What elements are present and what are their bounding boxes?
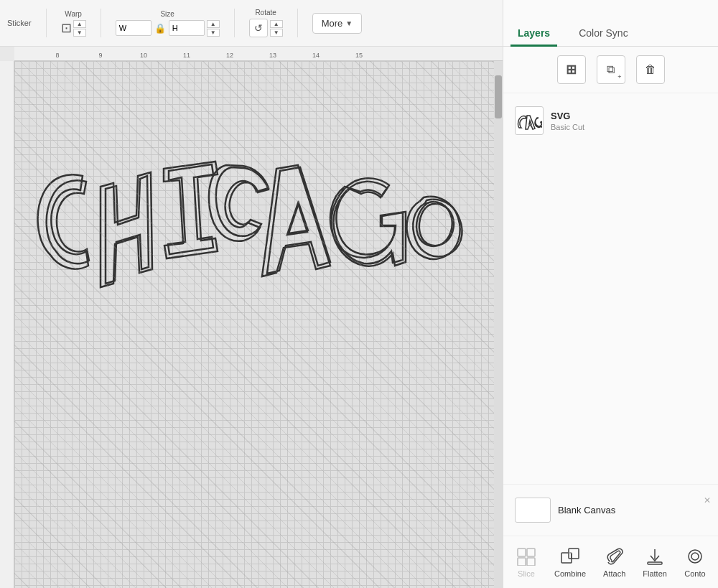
svg-point-9 [689, 550, 701, 563]
size-label: Size [160, 10, 174, 18]
attach-label: Attach [603, 569, 625, 578]
size-down-btn[interactable]: ▼ [207, 29, 220, 37]
blank-canvas-section: Blank Canvas ✕ [503, 484, 718, 536]
layers-tab-label: Layers [518, 27, 550, 39]
size-group: Size 🔒 ▲ ▼ [116, 10, 220, 37]
layer-subtitle: Basic Cut [551, 123, 584, 131]
svg-rect-8 [648, 562, 662, 564]
delete-layer-icon: 🗑 [645, 63, 656, 76]
scrollbar-thumb[interactable] [495, 75, 502, 118]
svg-rect-4 [561, 553, 572, 563]
rotate-label: Rotate [255, 9, 276, 17]
layers-list: SVG Basic Cut [503, 93, 718, 484]
more-button[interactable]: More ▼ [312, 13, 363, 34]
rotate-up-btn[interactable]: ▲ [270, 20, 283, 28]
ruler-top: 8 9 10 11 12 13 14 15 [14, 47, 503, 61]
blank-canvas-thumbnail [515, 498, 551, 523]
ruler-mark-12: 12 [226, 52, 233, 59]
ruler-mark-9: 9 [98, 52, 102, 59]
add-layer-icon: ⊞ [566, 62, 577, 78]
ruler-mark-11: 11 [183, 52, 190, 59]
rotate-group: Rotate ↺ ▲ ▼ [249, 9, 283, 37]
ruler-mark-10: 10 [140, 52, 147, 59]
ruler-mark-8: 8 [55, 52, 59, 59]
divider-2 [101, 9, 101, 37]
copy-layer-button[interactable]: ⧉ + [597, 55, 625, 84]
combine-icon [559, 546, 581, 566]
warp-up-btn[interactable]: ▲ [73, 20, 86, 28]
divider-4 [297, 9, 298, 37]
height-input[interactable] [169, 20, 205, 36]
combine-label: Combine [554, 569, 586, 578]
flatten-label: Flatten [643, 569, 667, 578]
lock-icon: 🔒 [154, 20, 167, 36]
canvas-area: 8 9 10 11 12 13 14 15 [0, 47, 503, 588]
warp-input-row: ⊡ ▲ ▼ [61, 20, 86, 37]
layer-thumb-svg [516, 108, 542, 134]
blank-canvas-item[interactable]: Blank Canvas [510, 492, 711, 528]
attach-icon [604, 546, 625, 566]
ruler-mark-15: 15 [355, 52, 363, 59]
width-input[interactable] [116, 20, 151, 36]
ruler-left [0, 61, 14, 588]
contour-icon [684, 546, 706, 566]
rotate-down-btn[interactable]: ▼ [270, 29, 283, 37]
blank-canvas-close-icon[interactable]: ✕ [704, 495, 711, 505]
ruler-mark-14: 14 [312, 52, 320, 59]
scrollbar-vertical[interactable] [494, 61, 503, 588]
divider-1 [46, 9, 47, 37]
delete-layer-button[interactable]: 🗑 [636, 55, 665, 84]
layer-info: SVG Basic Cut [551, 111, 584, 131]
svg-rect-3 [527, 558, 535, 566]
slice-icon [516, 546, 537, 566]
svg-rect-1 [527, 549, 535, 556]
panel-tabs: Layers Color Sync [503, 0, 718, 47]
design-canvas[interactable] [14, 61, 494, 588]
color-sync-tab-label: Color Sync [579, 27, 628, 39]
ruler-mark-13: 13 [269, 52, 276, 59]
svg-point-10 [691, 553, 699, 560]
copy-layer-icon: ⧉ [607, 63, 615, 76]
warp-icon: ⊡ [61, 20, 72, 36]
more-label: More [322, 18, 343, 29]
warp-down-btn[interactable]: ▼ [73, 29, 86, 37]
rotate-arrows: ▲ ▼ [270, 20, 283, 37]
layer-item-svg[interactable]: SVG Basic Cut [510, 101, 711, 141]
panel-top-actions: ⊞ ⧉ + 🗑 [503, 47, 718, 93]
contour-label: Conto [684, 569, 705, 578]
size-input-row: 🔒 ▲ ▼ [116, 20, 220, 37]
rotate-input-row: ↺ ▲ ▼ [249, 19, 283, 37]
layer-thumbnail [515, 106, 544, 135]
flatten-action[interactable]: Flatten [637, 543, 673, 581]
tab-layers[interactable]: Layers [510, 22, 557, 47]
svg-rect-2 [518, 558, 526, 566]
sticker-label: Sticker [7, 19, 32, 27]
slice-action[interactable]: Slice [510, 543, 543, 581]
blank-canvas-label: Blank Canvas [558, 505, 615, 515]
chicago-design [29, 97, 488, 327]
combine-action[interactable]: Combine [549, 543, 592, 581]
flatten-icon [644, 546, 666, 566]
size-arrows: ▲ ▼ [207, 20, 220, 37]
contour-action[interactable]: Conto [679, 543, 712, 581]
more-arrow-icon: ▼ [345, 19, 353, 27]
attach-action[interactable]: Attach [597, 543, 631, 581]
divider-3 [234, 9, 235, 37]
tab-color-sync[interactable]: Color Sync [572, 22, 635, 47]
svg-rect-0 [518, 549, 526, 556]
svg-rect-5 [569, 549, 579, 559]
add-layer-button[interactable]: ⊞ [557, 55, 586, 84]
warp-arrows: ▲ ▼ [73, 20, 86, 37]
right-panel: Layers Color Sync ⊞ ⧉ + 🗑 [503, 0, 718, 588]
warp-group: Warp ⊡ ▲ ▼ [61, 10, 86, 37]
panel-bottom-actions: Slice Combine Attach [503, 536, 718, 588]
copy-layer-plus: + [617, 73, 621, 80]
layer-title: SVG [551, 111, 584, 121]
rotate-btn[interactable]: ↺ [249, 19, 268, 37]
slice-label: Slice [518, 569, 535, 578]
size-up-btn[interactable]: ▲ [207, 20, 220, 28]
warp-label: Warp [65, 10, 82, 18]
